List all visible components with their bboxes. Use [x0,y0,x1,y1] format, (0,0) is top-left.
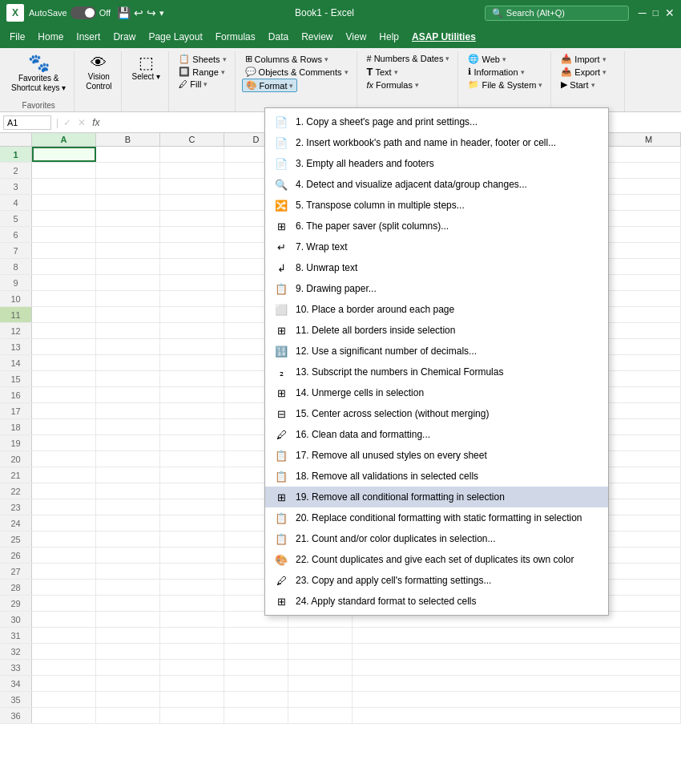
cell-E31[interactable] [288,628,353,643]
formulas-button[interactable]: fx Formulas ▾ [364,79,422,91]
cell-B10[interactable] [96,291,160,306]
col-header-c[interactable]: C [160,133,224,146]
dropdown-item-8[interactable]: ↲ 8. Unwrap text [265,257,608,278]
cell-A5[interactable] [32,211,96,226]
cell-A26[interactable] [32,548,96,563]
cell-M25[interactable] [617,531,681,547]
dropdown-item-9[interactable]: 📋 9. Drawing paper... [265,278,608,299]
format-button[interactable]: 🎨 Format ▾ [242,79,298,92]
cell-M4[interactable] [617,195,681,210]
cell-M1[interactable] [617,147,681,162]
vision-control-button[interactable]: 👁 VisionControl [81,53,116,93]
cell-C20[interactable] [160,451,224,467]
cell-A31[interactable] [32,628,96,643]
cell-A21[interactable] [32,467,96,483]
menu-item-help[interactable]: Help [373,28,405,46]
autosave-toggle[interactable] [71,6,96,19]
dropdown-item-13[interactable]: ₂ 13. Subscript the numbers in Chemical … [265,362,608,382]
cell-C25[interactable] [160,531,224,547]
menu-item-view[interactable]: View [340,28,373,46]
cell-M3[interactable] [617,179,681,194]
cell-M34[interactable] [617,676,681,691]
cell-C1[interactable] [160,147,224,162]
cell-B27[interactable] [96,564,160,579]
cell-B25[interactable] [96,531,160,547]
fill-button[interactable]: 🖊 Fill ▾ [175,79,211,90]
cell-B11[interactable] [96,307,160,322]
cell-A36[interactable] [32,708,96,723]
dropdown-item-11[interactable]: ⊞ 11. Delete all borders inside selectio… [265,320,608,341]
cell-A14[interactable] [32,355,96,370]
cell-A29[interactable] [32,596,96,611]
cell-A7[interactable] [32,243,96,258]
col-header-a[interactable]: A [32,133,96,146]
cell-E36[interactable] [288,708,353,723]
cell-C11[interactable] [160,307,224,322]
undo-icon[interactable]: ↩ [134,6,143,19]
dropdown-item-20[interactable]: 📋 20. Replace conditional formatting wit… [265,507,608,528]
cell-B13[interactable] [96,339,160,354]
cell-B33[interactable] [96,660,160,675]
cell-A32[interactable] [32,644,96,659]
cell-A33[interactable] [32,660,96,675]
cell-B34[interactable] [96,676,160,691]
cell-C17[interactable] [160,403,224,418]
dropdown-item-18[interactable]: 📋 18. Remove all validations in selected… [265,466,608,487]
menu-item-data[interactable]: Data [262,28,295,46]
cell-C15[interactable] [160,371,224,386]
cell-M27[interactable] [617,564,681,579]
cell-A20[interactable] [32,451,96,467]
cell-B17[interactable] [96,403,160,418]
dropdown-item-14[interactable]: ⊞ 14. Unmerge cells in selection [265,382,608,403]
cell-A16[interactable] [32,387,96,402]
numbers-dates-button[interactable]: # Numbers & Dates ▾ [364,53,453,64]
cell-reference-input[interactable] [3,115,51,130]
dropdown-item-2[interactable]: 📄 2. Insert workbook's path and name in … [265,132,608,153]
cell-B28[interactable] [96,580,160,595]
cell-B35[interactable] [96,692,160,707]
start-button[interactable]: ▶ Start ▾ [558,79,598,91]
cell-A28[interactable] [32,580,96,595]
cell-M5[interactable] [617,211,681,226]
cell-B7[interactable] [96,243,160,258]
cell-C3[interactable] [160,179,224,194]
cell-M7[interactable] [617,243,681,258]
cell-B15[interactable] [96,371,160,386]
dropdown-item-17[interactable]: 📋 17. Remove all unused styles on every … [265,445,608,466]
dropdown-item-4[interactable]: 🔍 4. Detect and visualize adjacent data/… [265,174,608,195]
cell-A18[interactable] [32,419,96,434]
cell-C13[interactable] [160,339,224,354]
menu-item-review[interactable]: Review [295,28,339,46]
cell-D32[interactable] [224,644,288,659]
cell-B30[interactable] [96,612,160,627]
cell-A8[interactable] [32,259,96,274]
cell-M9[interactable] [617,275,681,290]
cell-B36[interactable] [96,708,160,723]
cell-M6[interactable] [617,227,681,242]
cell-C30[interactable] [160,612,224,627]
cell-C5[interactable] [160,211,224,226]
favorites-button[interactable]: 🐾 Favorites &Shortcut keys ▾ [8,53,69,95]
cell-A12[interactable] [32,323,96,338]
maximize-icon[interactable]: □ [653,7,659,18]
dropdown-item-7[interactable]: ↵ 7. Wrap text [265,236,608,257]
cell-B26[interactable] [96,548,160,563]
dropdown-item-1[interactable]: 📄 1. Copy a sheet's page and print setti… [265,111,608,132]
cell-B19[interactable] [96,435,160,451]
cell-C12[interactable] [160,323,224,338]
cell-B18[interactable] [96,419,160,434]
cell-B8[interactable] [96,259,160,274]
cell-B23[interactable] [96,499,160,515]
cell-E32[interactable] [288,644,353,659]
cell-C32[interactable] [160,644,224,659]
cell-C27[interactable] [160,564,224,579]
cell-A11[interactable] [32,307,96,322]
cell-D35[interactable] [224,692,288,707]
menu-item-home[interactable]: Home [31,28,70,46]
menu-item-page-layout[interactable]: Page Layout [142,28,208,46]
cell-M20[interactable] [617,451,681,467]
cell-A10[interactable] [32,291,96,306]
cell-M15[interactable] [617,371,681,386]
cell-B4[interactable] [96,195,160,210]
cell-A27[interactable] [32,564,96,579]
